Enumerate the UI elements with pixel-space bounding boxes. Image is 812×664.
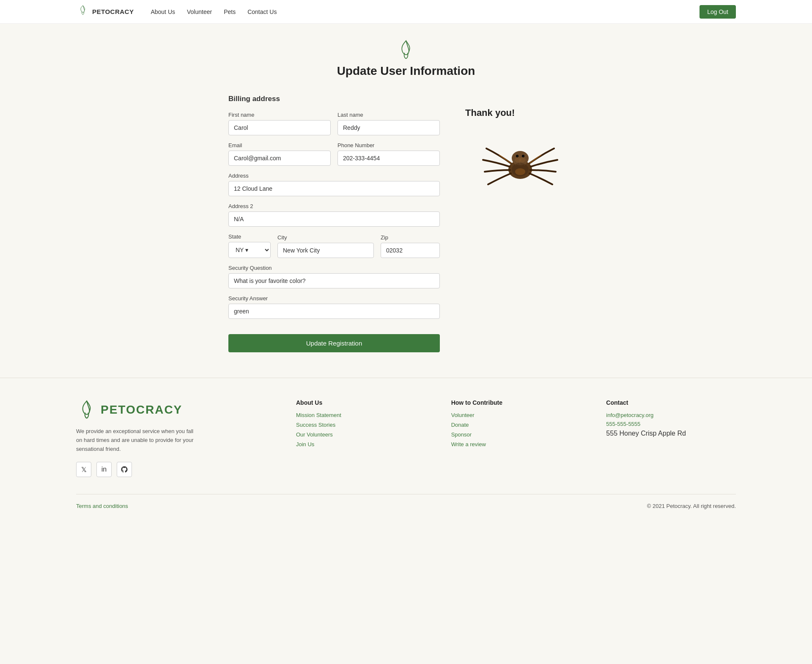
phone-group: Phone Number: [337, 142, 440, 166]
security-question-row: Security Question: [228, 265, 440, 288]
footer-sponsor[interactable]: Sponsor: [451, 431, 581, 438]
city-input[interactable]: [277, 243, 374, 258]
phone-input[interactable]: [337, 151, 440, 166]
address-row: Address: [228, 173, 440, 196]
navigation: PETOCRACY About Us Volunteer Pets Contac…: [0, 0, 812, 24]
state-label: State: [228, 233, 271, 240]
nav-volunteer[interactable]: Volunteer: [187, 8, 212, 15]
nav-about-us[interactable]: About Us: [151, 8, 175, 15]
security-question-label: Security Question: [228, 265, 440, 271]
email-label: Email: [228, 142, 331, 148]
footer-bottom: Terms and conditions © 2021 Petocracy. A…: [76, 494, 736, 509]
address2-input[interactable]: [228, 211, 440, 227]
footer-contact-title: Contact: [606, 399, 736, 406]
address2-label: Address 2: [228, 203, 440, 209]
state-city-zip-row: State NY ▾ CA TX City Zip: [228, 233, 440, 258]
footer-logo: PETOCRACY: [76, 399, 271, 420]
footer-description: We provide an exceptional service when y…: [76, 427, 195, 453]
thank-you-section: Thank you!: [465, 95, 584, 352]
linkedin-icon[interactable]: in: [96, 462, 112, 477]
main-content: Billing address First name Last name Ema…: [152, 86, 660, 378]
nav-logo-icon: [76, 3, 90, 17]
address2-row: Address 2: [228, 203, 440, 227]
state-select[interactable]: NY ▾ CA TX: [228, 242, 271, 258]
twitter-icon[interactable]: 𝕏: [76, 462, 91, 477]
footer-donate[interactable]: Donate: [451, 422, 581, 428]
security-answer-input[interactable]: [228, 304, 440, 319]
thank-you-title: Thank you!: [465, 107, 584, 118]
last-name-group: Last name: [337, 112, 440, 135]
zip-label: Zip: [381, 234, 440, 241]
billing-title: Billing address: [228, 95, 440, 103]
footer-join-us[interactable]: Join Us: [296, 441, 426, 447]
footer-about-title: About Us: [296, 399, 426, 406]
footer-contribute-title: How to Contribute: [451, 399, 581, 406]
state-group: State NY ▾ CA TX: [228, 233, 271, 258]
footer-brand: PETOCRACY We provide an exceptional serv…: [76, 399, 271, 477]
last-name-label: Last name: [337, 112, 440, 118]
footer-phone[interactable]: 555-555-5555: [606, 421, 736, 427]
footer-volunteer[interactable]: Volunteer: [451, 412, 581, 418]
svg-point-6: [523, 156, 524, 156]
city-group: City: [277, 234, 374, 258]
github-icon[interactable]: [117, 462, 132, 477]
email-phone-row: Email Phone Number: [228, 142, 440, 166]
name-row: First name Last name: [228, 112, 440, 135]
nav-contact-us[interactable]: Contact Us: [247, 8, 277, 15]
copyright-text: © 2021 Petocracy. All right reserved.: [647, 503, 736, 509]
email-input[interactable]: [228, 151, 331, 166]
city-label: City: [277, 234, 374, 241]
nav-logo: PETOCRACY: [76, 3, 134, 20]
update-registration-button[interactable]: Update Registration: [228, 334, 440, 352]
footer-main: PETOCRACY We provide an exceptional serv…: [76, 399, 736, 477]
phone-label: Phone Number: [337, 142, 440, 148]
footer-address: 555 Honey Crisp Apple Rd: [606, 430, 686, 437]
footer-logo-icon: [76, 399, 97, 420]
page-title: Update User Information: [337, 64, 475, 78]
nav-pets[interactable]: Pets: [224, 8, 236, 15]
footer-about-us: About Us Mission Statement Success Stori…: [296, 399, 426, 477]
zip-input[interactable]: [381, 243, 440, 258]
svg-point-12: [519, 157, 526, 162]
footer-logo-text: PETOCRACY: [101, 403, 182, 417]
email-group: Email: [228, 142, 331, 166]
svg-point-10: [515, 168, 525, 175]
svg-point-5: [517, 156, 518, 156]
zip-group: Zip: [381, 234, 440, 258]
social-icons: 𝕏 in: [76, 462, 271, 477]
security-answer-row: Security Answer: [228, 295, 440, 319]
footer: PETOCRACY We provide an exceptional serv…: [0, 378, 812, 522]
page-header-icon: [395, 39, 417, 61]
address-label: Address: [228, 173, 440, 179]
spider-svg: [474, 129, 567, 206]
footer-our-volunteers[interactable]: Our Volunteers: [296, 431, 426, 438]
first-name-group: First name: [228, 112, 331, 135]
footer-success-stories[interactable]: Success Stories: [296, 422, 426, 428]
page-header: Update User Information: [0, 24, 812, 86]
footer-email[interactable]: info@petocracy.org: [606, 412, 736, 418]
last-name-input[interactable]: [337, 120, 440, 135]
first-name-input[interactable]: [228, 120, 331, 135]
logout-button[interactable]: Log Out: [700, 5, 736, 19]
footer-contact: Contact info@petocracy.org 555-555-5555 …: [606, 399, 736, 477]
spider-image: [465, 125, 575, 210]
first-name-label: First name: [228, 112, 331, 118]
nav-links: About Us Volunteer Pets Contact Us: [151, 8, 700, 15]
security-question-input[interactable]: [228, 273, 440, 288]
form-section: Billing address First name Last name Ema…: [228, 95, 440, 352]
footer-write-review[interactable]: Write a review: [451, 441, 581, 447]
footer-contribute: How to Contribute Volunteer Donate Spons…: [451, 399, 581, 477]
terms-conditions-link[interactable]: Terms and conditions: [76, 503, 128, 509]
security-answer-label: Security Answer: [228, 295, 440, 302]
nav-logo-text: PETOCRACY: [92, 8, 134, 15]
address-input[interactable]: [228, 181, 440, 196]
footer-mission-statement[interactable]: Mission Statement: [296, 412, 426, 418]
